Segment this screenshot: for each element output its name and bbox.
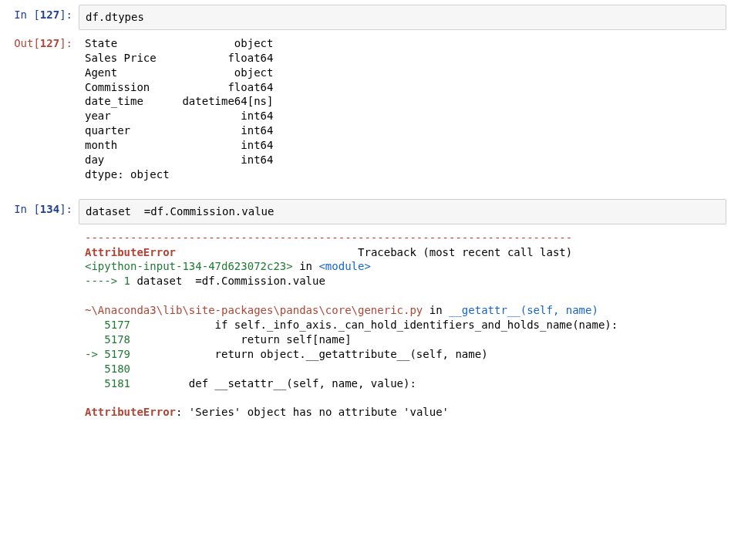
tb-lineno: 5178	[85, 333, 136, 346]
dtype-row: day int64	[85, 153, 273, 166]
code-line: df.dtypes	[86, 10, 719, 25]
tb-arrow-code: dataset =df.Commission.value	[136, 275, 325, 287]
tb-code: return self[name]	[136, 333, 351, 346]
in-label: In [	[14, 203, 40, 215]
dtype-row: quarter int64	[85, 124, 273, 137]
dtype-row: month int64	[85, 139, 273, 151]
error-message: : 'Series' object has no attribute 'valu…	[176, 406, 449, 418]
error-name: AttributeError	[85, 406, 176, 418]
out-prompt-127: Out[127]:	[0, 32, 79, 190]
in-num: 127	[40, 8, 59, 21]
traceback-pre: ----------------------------------------…	[85, 231, 725, 420]
traceback-output: ----------------------------------------…	[79, 226, 731, 428]
tb-arrow: -> 5179	[85, 348, 136, 360]
tb-lineno: 5181	[85, 377, 136, 390]
tb-location: <ipython-input-134-47d623072c23>	[85, 260, 293, 272]
out-label-close: ]:	[59, 37, 72, 49]
dtype-row: Commission float64	[85, 81, 273, 93]
code-input-127[interactable]: df.dtypes	[79, 5, 726, 30]
cell-127-output: Out[127]: State object Sales Price float…	[0, 32, 731, 190]
dtype-row: State object	[85, 37, 273, 49]
in-label-close: ]:	[59, 8, 72, 21]
tb-lineno: 5177	[85, 319, 136, 331]
cell-134-traceback: ----------------------------------------…	[0, 226, 731, 428]
in-label-close: ]:	[59, 203, 72, 215]
dtype-row: Agent object	[85, 66, 273, 79]
tb-module: <module>	[318, 260, 370, 272]
tb-in: in	[423, 304, 449, 316]
dtype-row: date_time datetime64[ns]	[85, 95, 273, 107]
tb-func-args: (self, name)	[520, 304, 598, 316]
tb-func: __getattr__	[449, 304, 520, 316]
tb-in: in	[293, 260, 319, 272]
tb-header-tail: Traceback (most recent call last)	[358, 246, 572, 258]
tb-lineno: 5180	[85, 363, 136, 375]
in-prompt-127: In [127]:	[0, 3, 79, 32]
out-num: 127	[40, 37, 59, 49]
dtype-row: year int64	[85, 110, 273, 122]
tb-gap	[176, 246, 358, 258]
tb-arrow: ----> 1	[85, 275, 136, 287]
in-num: 134	[40, 203, 59, 215]
dtypes-pre: State object Sales Price float64 Agent o…	[85, 36, 725, 182]
cell-127-input: In [127]: df.dtypes	[0, 3, 731, 32]
cell-134-input: In [134]: dataset =df.Commission.value	[0, 197, 731, 226]
tb-code: return object.__getattribute__(self, nam…	[136, 348, 487, 360]
tb-separator: ----------------------------------------…	[85, 231, 572, 244]
in-label: In [	[14, 8, 40, 21]
code-line: dataset =df.Commission.value	[86, 204, 719, 219]
dtypes-output: State object Sales Price float64 Agent o…	[79, 32, 731, 190]
tb-code: if self._info_axis._can_hold_identifiers…	[136, 319, 618, 331]
dtype-row: dtype: object	[85, 168, 170, 180]
tb-file-path: ~\Anaconda3\lib\site-packages\pandas\cor…	[85, 304, 423, 316]
dtype-row: Sales Price float64	[85, 52, 273, 64]
code-input-134[interactable]: dataset =df.Commission.value	[79, 199, 726, 224]
out-label: Out[	[14, 37, 40, 49]
empty-prompt	[0, 226, 79, 428]
error-name: AttributeError	[85, 246, 176, 258]
tb-code: def __setattr__(self, name, value):	[136, 377, 416, 390]
in-prompt-134: In [134]:	[0, 197, 79, 226]
